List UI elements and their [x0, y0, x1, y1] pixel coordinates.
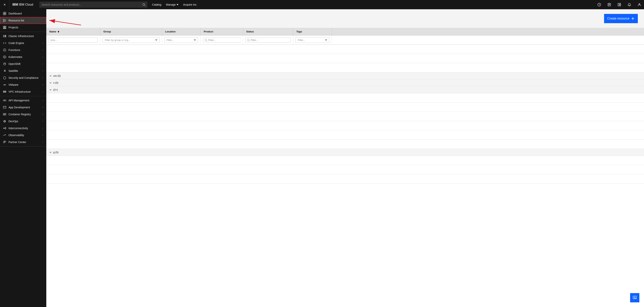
openshift-label: OpenShift	[8, 62, 40, 66]
chevron-right-icon: ›	[42, 141, 43, 143]
sidebar-item-vpc-infrastructure[interactable]: VPC Infrastructure ›	[0, 88, 46, 95]
chat-button[interactable]	[630, 293, 639, 302]
col-header-tags: Tags	[293, 28, 332, 35]
col-header-product: Product	[201, 28, 243, 35]
svg-line-58	[207, 41, 208, 41]
sidebar-item-functions[interactable]: Functions ›	[0, 47, 46, 54]
chevron-right-icon: ›	[42, 70, 43, 72]
close-menu-button[interactable]	[0, 0, 9, 9]
status-filter-input[interactable]	[246, 38, 291, 43]
account-link[interactable]: Acquire Inc	[183, 3, 196, 6]
sidebar-item-classic-infrastructure[interactable]: Classic Infrastructure	[0, 33, 46, 40]
app-development-label: App Development	[8, 106, 40, 109]
sidebar-item-observability[interactable]: Observability ›	[0, 132, 46, 139]
name-filter-field[interactable]	[50, 39, 96, 42]
create-resource-button[interactable]: Create resource	[604, 14, 638, 23]
svg-rect-16	[5, 14, 6, 15]
filter-row: Filter by group or org... Filter...	[46, 36, 644, 45]
sidebar-item-dashboard[interactable]: Dashboard	[0, 10, 46, 17]
satellite-label: Satellite	[8, 69, 40, 72]
list-icon-button[interactable]	[615, 0, 624, 9]
search-icon	[142, 3, 146, 6]
empty-row	[46, 156, 644, 165]
edit-icon-button[interactable]	[605, 0, 614, 9]
filter-status	[243, 36, 293, 44]
top-nav-links: Catalog Manage Acquire Inc	[152, 3, 196, 6]
tags-filter-dropdown[interactable]: Filter...	[296, 37, 329, 43]
satellite-icon	[3, 69, 6, 72]
table-row	[46, 130, 644, 140]
notification-icon-button[interactable]	[625, 0, 634, 9]
svg-point-54	[5, 141, 6, 142]
location-filter-dropdown[interactable]: Filter...	[164, 37, 198, 43]
sidebar-item-kubernetes[interactable]: Kubernetes ›	[0, 54, 46, 61]
table-header: Name Group Location Product Status	[46, 28, 644, 36]
svg-rect-21	[3, 26, 4, 27]
svg-point-50	[5, 128, 6, 129]
sidebar-item-resource-list[interactable]: Resource list	[0, 17, 46, 24]
svg-point-53	[4, 141, 5, 142]
sidebar-item-api-management[interactable]: API Management ›	[0, 97, 46, 104]
ibm-cloud-logo: IBM IBM Cloud	[9, 3, 36, 6]
sidebar-item-vmware[interactable]: vm VMware ›	[0, 81, 46, 88]
sidebar-item-code-engine[interactable]: Code Engine ›	[0, 40, 46, 47]
chevron-right-icon: ›	[42, 63, 43, 65]
table-row	[46, 93, 644, 103]
svg-line-52	[4, 128, 5, 129]
functions-label: Functions	[8, 49, 40, 52]
search-input[interactable]	[39, 2, 148, 8]
sidebar-item-app-development[interactable]: App Development ›	[0, 104, 46, 111]
filter-group: Filter by group or org...	[100, 36, 162, 44]
manage-link[interactable]: Manage	[166, 3, 178, 6]
svg-point-30	[6, 37, 6, 37]
sidebar-item-satellite[interactable]: Satellite ›	[0, 67, 46, 74]
main-layout: Dashboard Resource list	[0, 9, 644, 307]
empty-row	[46, 54, 644, 63]
cloud-label: IBM Cloud	[19, 3, 33, 6]
vpc-icon	[3, 90, 6, 93]
sidebar-item-partner-center[interactable]: Partner Center ›	[0, 139, 46, 146]
sidebar-item-openshift[interactable]: OpenShift ›	[0, 61, 46, 67]
group-row-apps[interactable]: (2+)	[46, 86, 644, 93]
svg-rect-39	[3, 100, 4, 101]
code-engine-label: Code Engine	[8, 42, 40, 45]
api-icon	[3, 99, 6, 102]
product-filter-input[interactable]	[203, 38, 240, 43]
empty-row	[46, 165, 644, 174]
list-icon	[3, 19, 6, 22]
svg-text:?: ?	[599, 4, 600, 6]
col-header-status: Status	[243, 28, 293, 35]
name-filter-input[interactable]	[48, 38, 98, 43]
table-row	[46, 112, 644, 121]
svg-point-59	[248, 39, 249, 41]
api-management-label: API Management	[8, 99, 40, 102]
group-filter-dropdown[interactable]: Filter by group or org...	[103, 37, 160, 43]
sidebar-section-1: Classic Infrastructure Code Engine ›	[0, 32, 46, 96]
sidebar-item-devops[interactable]: DevOps ›	[0, 118, 46, 125]
global-search	[39, 2, 148, 8]
table-row	[46, 103, 644, 112]
user-icon-button[interactable]	[635, 0, 644, 9]
status-filter-field[interactable]	[250, 39, 289, 42]
kubernetes-icon	[3, 55, 6, 59]
sidebar-item-projects[interactable]: Projects	[0, 24, 46, 31]
group-row-services[interactable]: s (0)	[46, 79, 644, 86]
group-row-storage[interactable]: g (0)	[46, 149, 644, 156]
filter-tags: Filter...	[293, 36, 332, 44]
catalog-link[interactable]: Catalog	[152, 3, 161, 6]
sidebar-item-container-registry[interactable]: Container Registry ›	[0, 111, 46, 118]
page-header: Create resource	[46, 9, 644, 28]
group-row-infrastructure[interactable]: ure (0)	[46, 72, 644, 79]
sidebar-item-security-compliance[interactable]: Security and Compliance ›	[0, 74, 46, 81]
empty-row	[46, 174, 644, 184]
help-icon-button[interactable]: ?	[594, 0, 604, 9]
col-header-name[interactable]: Name	[46, 28, 100, 35]
chevron-right-icon: ›	[42, 113, 43, 116]
svg-marker-32	[3, 56, 6, 58]
product-filter-field[interactable]	[208, 39, 240, 42]
svg-rect-42	[3, 106, 6, 109]
interconnect-icon	[3, 127, 6, 130]
col-header-location: Location	[162, 28, 201, 35]
dashboard-label: Dashboard	[8, 12, 43, 15]
sidebar-item-interconnectivity[interactable]: Interconnectivity ›	[0, 125, 46, 132]
